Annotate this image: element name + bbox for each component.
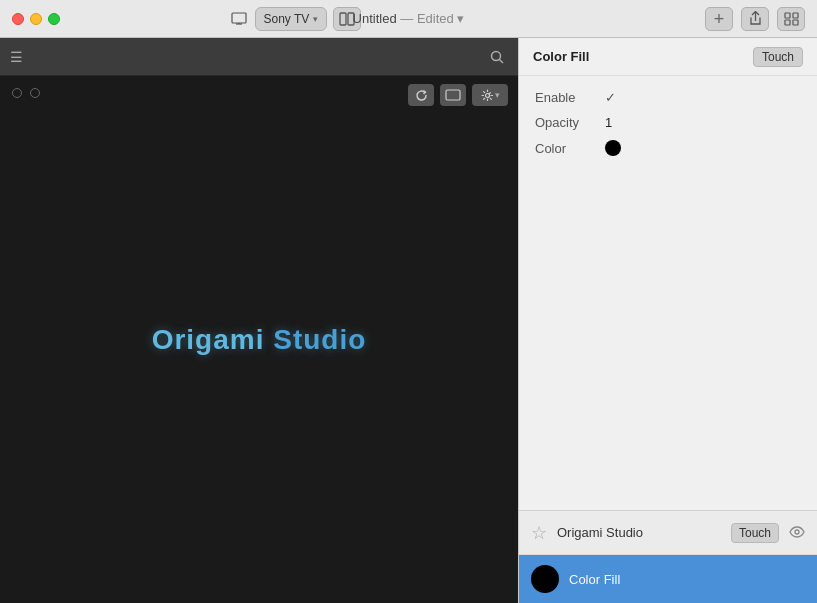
- titlebar-right-controls: +: [705, 7, 805, 31]
- svg-rect-0: [232, 13, 246, 23]
- color-fill-swatch: [531, 565, 559, 593]
- maximize-button[interactable]: [48, 13, 60, 25]
- main-area: ☰: [0, 38, 817, 603]
- traffic-lights: [0, 13, 60, 25]
- bottom-section: ☆ Origami Studio Touch Color Fill: [519, 510, 817, 603]
- properties-section: Enable ✓ Opacity 1 Color: [519, 76, 817, 510]
- panel-header: Color Fill Touch: [519, 38, 817, 76]
- preview-dots: [12, 88, 40, 98]
- window-title: Untitled — Edited ▾: [353, 11, 465, 26]
- svg-rect-11: [446, 90, 460, 100]
- touch-button[interactable]: Touch: [753, 47, 803, 67]
- left-toolbar-right: [486, 46, 508, 68]
- device-preview-button[interactable]: [440, 84, 466, 106]
- color-row: Color: [535, 140, 801, 156]
- layer-name: Origami Studio: [557, 525, 721, 540]
- device-selector[interactable]: Sony TV ▾: [229, 7, 362, 31]
- svg-rect-6: [793, 13, 798, 18]
- eye-icon[interactable]: [789, 525, 805, 541]
- star-icon[interactable]: ☆: [531, 522, 547, 544]
- enable-label: Enable: [535, 90, 605, 105]
- dot-1: [12, 88, 22, 98]
- search-icon[interactable]: [486, 46, 508, 68]
- svg-rect-7: [785, 20, 790, 25]
- enable-value: ✓: [605, 90, 616, 105]
- refresh-preview-button[interactable]: [408, 84, 434, 106]
- right-panel: Color Fill Touch Enable ✓ Opacity 1 Colo…: [518, 38, 817, 603]
- share-button[interactable]: [741, 7, 769, 31]
- svg-point-9: [492, 51, 501, 60]
- svg-line-10: [500, 59, 504, 63]
- preview-toolbar: ▾: [408, 84, 508, 106]
- titlebar: Sony TV ▾ Untitled — Edited ▾ +: [0, 0, 817, 38]
- device-dropdown[interactable]: Sony TV ▾: [255, 7, 328, 31]
- panel-title: Color Fill: [533, 49, 589, 64]
- enable-row: Enable ✓: [535, 90, 801, 105]
- opacity-row: Opacity 1: [535, 115, 801, 130]
- svg-rect-8: [793, 20, 798, 25]
- left-panel: ☰: [0, 38, 518, 603]
- menu-icon[interactable]: ☰: [10, 49, 23, 65]
- layer-touch-button[interactable]: Touch: [731, 523, 779, 543]
- svg-point-13: [795, 530, 799, 534]
- add-tab-button[interactable]: +: [705, 7, 733, 31]
- tv-icon: [229, 9, 249, 29]
- minimize-button[interactable]: [30, 13, 42, 25]
- close-button[interactable]: [12, 13, 24, 25]
- svg-rect-3: [340, 13, 346, 25]
- settings-preview-button[interactable]: ▾: [472, 84, 508, 106]
- dot-2: [30, 88, 40, 98]
- layer-item: ☆ Origami Studio Touch: [519, 511, 817, 555]
- color-swatch[interactable]: [605, 140, 621, 156]
- color-fill-row[interactable]: Color Fill: [519, 555, 817, 603]
- left-toolbar: ☰: [0, 38, 518, 76]
- svg-rect-5: [785, 13, 790, 18]
- opacity-value: 1: [605, 115, 612, 130]
- layout-grid-button[interactable]: [777, 7, 805, 31]
- color-label: Color: [535, 141, 605, 156]
- preview-area: ▾ Origami Studio: [0, 76, 518, 603]
- left-toolbar-left: ☰: [10, 49, 23, 65]
- opacity-label: Opacity: [535, 115, 605, 130]
- preview-text: Origami Studio: [152, 324, 367, 356]
- color-fill-label: Color Fill: [569, 572, 620, 587]
